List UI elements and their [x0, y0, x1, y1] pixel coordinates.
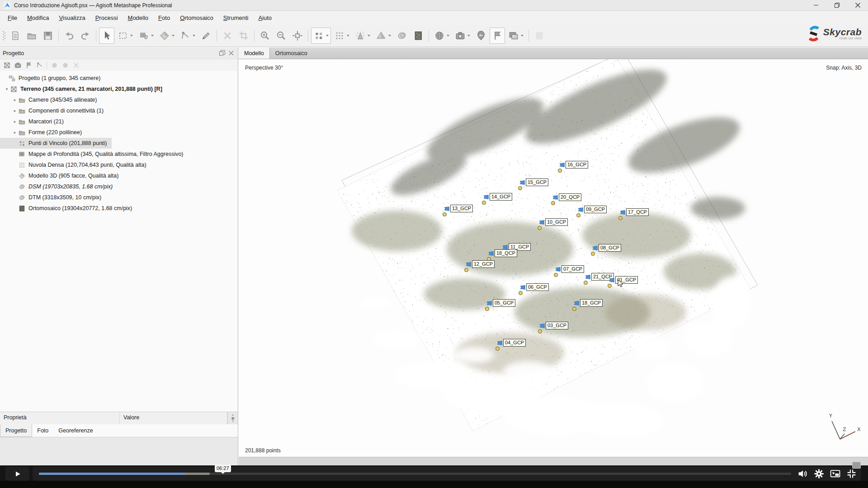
menu-strumenti[interactable]: Strumenti: [218, 13, 254, 23]
tree-item[interactable]: Mappe di Profondità (345, Qualità altiss…: [0, 149, 188, 160]
header-scroll-spinner[interactable]: ▲▦▼: [227, 412, 238, 424]
tree-item[interactable]: ▸Camere (345/345 allineate): [0, 94, 101, 105]
marker-flag-icon[interactable]: [584, 274, 591, 282]
gcp-marker-17_qcp[interactable]: 17_QCP: [621, 218, 621, 219]
marker-flag-icon[interactable]: [519, 180, 526, 187]
gcp-marker-04_gcp[interactable]: 04_GCP: [498, 349, 498, 349]
gcp-marker-01_gcp[interactable]: 01_GCP: [610, 286, 610, 286]
gcp-marker-09_gcp[interactable]: 09_GCP: [579, 216, 579, 216]
redo-button[interactable]: [78, 28, 93, 44]
marker-flag-icon[interactable]: [519, 285, 526, 292]
draw-polyline-button[interactable]: [198, 28, 214, 44]
tree-item[interactable]: Punti di Vincolo (201,888 punti): [0, 138, 112, 149]
show-layers-button[interactable]: [532, 28, 547, 44]
sidebar-tab-georeferenze[interactable]: Georeferenze: [53, 424, 98, 437]
enable-item-button[interactable]: [49, 60, 60, 70]
gcp-marker-08_gcp[interactable]: 08_GCP: [593, 254, 594, 254]
add-camera-group-button[interactable]: [12, 60, 23, 70]
gcp-marker-18_gcp[interactable]: 18_GCP: [575, 309, 575, 310]
tree-item[interactable]: ▸Componenti di connettività (1): [0, 105, 108, 116]
remove-item-button[interactable]: [71, 60, 81, 70]
zoom-out-button[interactable]: [274, 28, 289, 44]
delete-selection-button[interactable]: [220, 28, 235, 44]
gcp-marker-20_qcp[interactable]: 20_QCP: [553, 203, 554, 204]
menu-ortomosaico[interactable]: Ortomosaico: [175, 13, 218, 23]
model-shaded-button[interactable]: [373, 28, 393, 44]
gcp-marker-16_gcp[interactable]: 16_GCP: [560, 171, 561, 171]
menu-modifica[interactable]: Modifica: [22, 13, 54, 23]
gcp-marker-13_gcp[interactable]: 13_GCP: [445, 215, 445, 215]
marker-flag-icon[interactable]: [608, 277, 615, 285]
dropdown-arrow-icon[interactable]: [447, 35, 449, 37]
open-project-button[interactable]: [24, 28, 39, 44]
minimize-button[interactable]: [806, 0, 826, 10]
progress-track[interactable]: 06:27: [39, 473, 791, 475]
show-photos-button[interactable]: [473, 28, 489, 44]
tree-item[interactable]: Modello 3D (905 facce, Qualità alta): [0, 170, 123, 181]
menu-file[interactable]: File: [3, 13, 22, 23]
marker-flag-icon[interactable]: [554, 267, 561, 274]
sidebar-tab-foto[interactable]: Foto: [32, 424, 53, 437]
resize-region-button[interactable]: [157, 28, 177, 44]
zoom-in-button[interactable]: [257, 28, 273, 44]
dropdown-arrow-icon[interactable]: [388, 35, 391, 37]
add-scalebar-button[interactable]: [34, 60, 45, 70]
exit-fullscreen-icon[interactable]: [846, 469, 857, 479]
save-project-button[interactable]: [40, 28, 56, 44]
toolbar-grip[interactable]: [1, 29, 7, 42]
show-markers-button[interactable]: [490, 28, 505, 44]
dropdown-arrow-icon[interactable]: [151, 35, 154, 37]
show-cameras-button[interactable]: [353, 28, 373, 44]
capture-view-button[interactable]: [453, 28, 472, 44]
expander-closed-icon[interactable]: ▸: [12, 119, 18, 124]
marker-flag-icon[interactable]: [577, 207, 584, 214]
close-panel-icon[interactable]: [227, 49, 235, 57]
marker-flag-icon[interactable]: [558, 162, 566, 169]
tree-item[interactable]: Progetto (1 gruppo, 345 camere): [0, 73, 105, 84]
marker-flag-icon[interactable]: [591, 245, 599, 253]
show-basemap-button[interactable]: [432, 28, 452, 44]
show-images-button[interactable]: [506, 28, 526, 44]
menu-foto[interactable]: Foto: [153, 13, 175, 23]
marker-flag-icon[interactable]: [552, 195, 559, 202]
gcp-marker-18_qcp[interactable]: 18_QCP: [489, 259, 490, 260]
expander-open-icon[interactable]: ▾: [4, 87, 10, 91]
play-button[interactable]: [5, 467, 29, 481]
float-panel-icon[interactable]: [218, 49, 226, 57]
gcp-marker-15_gcp[interactable]: 15_GCP: [520, 188, 521, 189]
value-column-header[interactable]: Valore: [120, 412, 227, 424]
move-region-button[interactable]: [136, 28, 156, 44]
marker-flag-icon[interactable]: [538, 323, 546, 330]
marker-flag-icon[interactable]: [619, 210, 626, 217]
expander-closed-icon[interactable]: ▸: [12, 130, 18, 135]
disable-item-button[interactable]: [60, 60, 71, 70]
gcp-marker-21_qcp[interactable]: 21_QCP: [586, 283, 586, 283]
tree-item[interactable]: ▸Forme (220 polilinee): [0, 127, 86, 138]
navigation-cursor-button[interactable]: [99, 28, 114, 44]
settings-gear-icon[interactable]: [814, 469, 824, 479]
tree-item[interactable]: ▾Terreno (345 camere, 21 marcatori, 201,…: [0, 84, 167, 94]
gcp-marker-14_gcp[interactable]: 14_GCP: [484, 203, 485, 203]
marker-flag-icon[interactable]: [496, 340, 503, 347]
tree-item[interactable]: ▸Marcatori (21): [0, 116, 68, 127]
marker-flag-icon[interactable]: [573, 300, 580, 308]
volume-icon[interactable]: [797, 469, 808, 479]
add-marker-button[interactable]: [23, 60, 34, 70]
marker-flag-icon[interactable]: [487, 251, 495, 258]
tie-points-button[interactable]: [311, 28, 331, 44]
gcp-marker-03_gcp[interactable]: 03_GCP: [540, 332, 541, 332]
viewport-tab-modello[interactable]: Modello: [239, 47, 270, 59]
contour-lines-button[interactable]: [394, 28, 410, 44]
menu-processi[interactable]: Processi: [90, 13, 123, 23]
expander-closed-icon[interactable]: ▸: [12, 108, 18, 113]
dropdown-arrow-icon[interactable]: [347, 35, 349, 37]
dem-view-button[interactable]: [410, 28, 426, 44]
dropdown-arrow-icon[interactable]: [368, 35, 370, 37]
dropdown-arrow-icon[interactable]: [521, 35, 524, 37]
add-chunk-button[interactable]: [1, 60, 12, 70]
marker-flag-icon[interactable]: [486, 300, 493, 308]
ruler-button[interactable]: [178, 28, 198, 44]
crop-selection-button[interactable]: [236, 28, 251, 44]
fit-view-button[interactable]: [290, 28, 305, 44]
tree-item[interactable]: Ortomosaico (19304x20772, 1.68 cm/pix): [0, 203, 137, 214]
